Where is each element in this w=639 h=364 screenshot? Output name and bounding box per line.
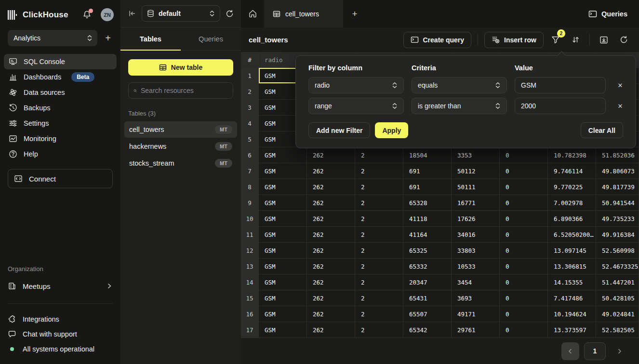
table-cell[interactable]: 65342 — [403, 322, 452, 338]
table-cell[interactable]: 65328 — [403, 195, 452, 211]
remove-filter-button[interactable]: ✕ — [613, 103, 627, 110]
table-cell[interactable]: 262 — [307, 163, 355, 179]
table-cell[interactable]: GSM — [259, 290, 307, 306]
table-cell[interactable]: 51.447201 — [596, 274, 639, 290]
table-cell[interactable]: 2 — [355, 259, 403, 274]
table-cell[interactable]: 49.735233 — [596, 211, 639, 227]
table-cell[interactable]: 2 — [355, 163, 403, 179]
sidebar-item-chat-support[interactable]: Chat with support — [8, 326, 113, 341]
table-cell[interactable]: 3693 — [452, 290, 500, 306]
avatar[interactable]: ZN — [101, 8, 114, 21]
add-workspace-button[interactable]: + — [103, 32, 113, 44]
table-cell[interactable]: 262 — [307, 322, 355, 338]
table-cell[interactable]: 65431 — [403, 290, 452, 306]
new-tab-button[interactable]: + — [343, 0, 366, 27]
table-cell[interactable]: 262 — [307, 274, 355, 290]
database-select[interactable]: default — [142, 5, 220, 22]
table-cell[interactable]: 29761 — [452, 322, 500, 338]
search-input[interactable] — [141, 87, 228, 94]
table-cell[interactable]: 41118 — [403, 211, 452, 227]
table-cell[interactable]: GSM — [259, 274, 307, 290]
current-page[interactable]: 1 — [584, 342, 606, 360]
sort-button[interactable] — [568, 32, 583, 48]
table-cell[interactable]: 16771 — [452, 195, 500, 211]
remove-filter-button[interactable]: ✕ — [613, 82, 627, 89]
table-cell[interactable]: GSM — [259, 211, 307, 227]
filter-column-select[interactable]: range — [308, 98, 404, 114]
notifications-button[interactable] — [82, 10, 92, 19]
sidebar-item-data-sources[interactable]: Data sources — [4, 85, 117, 100]
table-list-item-hackernews[interactable]: hackernews MT — [124, 138, 237, 155]
system-status[interactable]: All systems operational — [8, 341, 113, 356]
table-cell[interactable]: 49.024841 — [596, 306, 639, 322]
table-cell[interactable]: 65332 — [403, 259, 452, 274]
table-cell[interactable]: GSM — [259, 179, 307, 195]
refresh-table-button[interactable] — [616, 32, 631, 48]
tab-queries[interactable]: Queries — [181, 27, 241, 50]
table-cell[interactable]: 262 — [307, 227, 355, 243]
table-cell[interactable]: 0 — [500, 322, 548, 338]
table-cell[interactable]: 0 — [500, 274, 548, 290]
table-cell[interactable]: 10533 — [452, 259, 500, 274]
table-cell[interactable]: 41164 — [403, 227, 452, 243]
table-cell[interactable]: 0 — [500, 179, 548, 195]
table-cell[interactable]: 0 — [500, 227, 548, 243]
sidebar-item-dashboards[interactable]: Dashboards Beta — [4, 69, 117, 85]
table-cell[interactable]: 51.852036 — [596, 147, 639, 163]
filter-value-input[interactable] — [515, 98, 606, 114]
insert-row-button[interactable]: Insert row — [484, 32, 544, 48]
workspace-select[interactable]: Analytics — [8, 30, 97, 46]
table-cell[interactable]: 65325 — [403, 243, 452, 259]
table-cell[interactable]: 262 — [307, 147, 355, 163]
table-cell[interactable]: 2 — [355, 179, 403, 195]
table-cell[interactable]: 2 — [355, 243, 403, 259]
next-page-button[interactable] — [611, 342, 628, 360]
sidebar-item-sql-console[interactable]: SQL Console — [4, 54, 117, 69]
sidebar-item-help[interactable]: Help — [4, 146, 117, 162]
collapse-panel-button[interactable] — [128, 9, 136, 18]
filter-value-input[interactable] — [515, 77, 606, 93]
table-cell[interactable]: 0 — [500, 306, 548, 322]
table-cell[interactable]: 13.097145 — [548, 243, 596, 259]
filter-criteria-select[interactable]: is greater than — [412, 98, 507, 114]
filter-button[interactable]: 2 — [548, 32, 563, 48]
tab-cell-towers[interactable]: cell_towers — [264, 0, 343, 27]
table-cell[interactable]: 7.417486 — [548, 290, 596, 306]
table-cell[interactable]: 262 — [307, 243, 355, 259]
table-cell[interactable]: 6.890366 — [548, 211, 596, 227]
filter-column-select[interactable]: radio — [308, 77, 404, 93]
table-cell[interactable]: 49.817739 — [596, 179, 639, 195]
table-cell[interactable]: 691 — [403, 163, 452, 179]
table-cell[interactable]: 0 — [500, 163, 548, 179]
table-cell[interactable]: 49171 — [452, 306, 500, 322]
table-cell[interactable]: 49.916384 — [596, 227, 639, 243]
download-button[interactable] — [596, 32, 612, 48]
table-cell[interactable]: 262 — [307, 179, 355, 195]
table-cell[interactable]: GSM — [259, 147, 307, 163]
table-cell[interactable]: 0 — [500, 243, 548, 259]
table-cell[interactable]: 0 — [500, 211, 548, 227]
table-cell[interactable]: 0 — [500, 259, 548, 274]
table-cell[interactable]: 0 — [500, 195, 548, 211]
sidebar-item-backups[interactable]: Backups — [4, 100, 117, 116]
table-cell[interactable]: 33803 — [452, 243, 500, 259]
table-cell[interactable]: 9.770225 — [548, 179, 596, 195]
table-cell[interactable]: 13.373597 — [548, 322, 596, 338]
table-cell[interactable]: 50.941544 — [596, 195, 639, 211]
table-cell[interactable]: 2 — [355, 290, 403, 306]
table-list-item-stocks-stream[interactable]: stocks_stream MT — [124, 155, 237, 171]
table-cell[interactable]: GSM — [259, 322, 307, 338]
table-cell[interactable]: 2 — [355, 322, 403, 338]
table-cell[interactable]: 13.306815 — [548, 259, 596, 274]
table-cell[interactable]: 52.582505 — [596, 322, 639, 338]
table-cell[interactable]: 14.15355 — [548, 274, 596, 290]
table-cell[interactable]: 7.002978 — [548, 195, 596, 211]
sidebar-item-meetups[interactable]: Meetups — [8, 278, 113, 294]
table-cell[interactable]: 2 — [355, 274, 403, 290]
table-cell[interactable]: 262 — [307, 195, 355, 211]
table-cell[interactable]: 0 — [500, 290, 548, 306]
sidebar-item-integrations[interactable]: Integrations — [8, 312, 113, 326]
previous-page-button[interactable] — [561, 342, 579, 360]
table-cell[interactable]: 262 — [307, 259, 355, 274]
table-cell[interactable]: GSM — [259, 259, 307, 274]
